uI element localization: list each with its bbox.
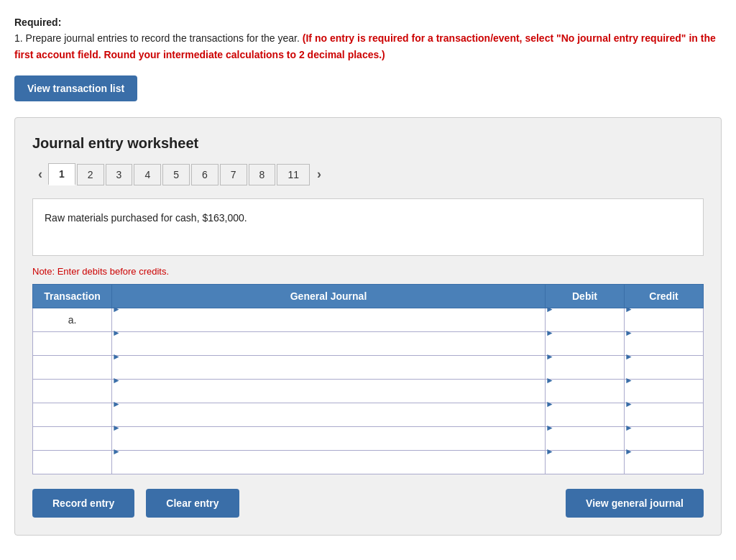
journal-input-1[interactable] [112, 314, 545, 337]
tab-11[interactable]: 11 [277, 164, 310, 185]
tab-4[interactable]: 4 [134, 164, 161, 185]
tab-7[interactable]: 7 [220, 164, 247, 185]
worksheet-container: Journal entry worksheet ‹ 1 2 3 4 5 6 7 … [14, 117, 722, 536]
table-row: a. ► ► ► [33, 308, 704, 332]
credit-input-1[interactable] [625, 314, 703, 337]
debit-input-6[interactable] [546, 433, 624, 456]
arrow-indicator: ► [112, 304, 121, 314]
debit-input-4[interactable] [546, 385, 624, 408]
arrow-indicator-debit-2: ► [546, 328, 554, 338]
tabs-row: ‹ 1 2 3 4 5 6 7 8 11 › [32, 163, 704, 185]
transaction-description: Raw materials purchased for cash, $163,0… [32, 198, 704, 256]
journal-input-7[interactable] [112, 456, 545, 479]
arrow-indicator-debit-1: ► [546, 304, 554, 314]
instruction-item1-prefix: 1. Prepare journal entries to record the… [14, 32, 303, 44]
tab-1[interactable]: 1 [48, 163, 75, 185]
transaction-label-a: a. [33, 308, 112, 332]
arrow-indicator-2: ► [112, 328, 121, 338]
required-label: Required: [14, 17, 61, 28]
arrow-indicator-debit-4: ► [546, 375, 554, 385]
col-header-credit: Credit [625, 285, 704, 308]
credit-input-6[interactable] [625, 433, 703, 456]
col-header-debit: Debit [546, 285, 625, 308]
credit-input-7[interactable] [625, 456, 703, 479]
arrow-indicator-6: ► [112, 423, 121, 433]
tab-2[interactable]: 2 [77, 164, 104, 185]
buttons-row: Record entry Clear entry View general jo… [32, 489, 704, 518]
arrow-indicator-debit-7: ► [546, 446, 554, 456]
worksheet-title: Journal entry worksheet [32, 135, 704, 152]
debit-input-cell-1[interactable]: ► [546, 308, 625, 332]
credit-input-cell-1[interactable]: ► [625, 308, 704, 332]
transaction-label-2 [33, 332, 112, 356]
journal-input-2[interactable] [112, 338, 545, 361]
credit-input-5[interactable] [625, 409, 703, 432]
arrow-indicator-5: ► [112, 399, 121, 409]
view-transaction-button[interactable]: View transaction list [14, 75, 137, 101]
arrow-indicator-debit-5: ► [546, 399, 554, 409]
view-general-journal-button[interactable]: View general journal [566, 489, 704, 518]
arrow-indicator-credit-1: ► [625, 304, 633, 314]
arrow-indicator-debit-3: ► [546, 352, 554, 362]
col-header-general-journal: General Journal [112, 285, 546, 308]
credit-input-3[interactable] [625, 362, 703, 385]
debit-input-5[interactable] [546, 409, 624, 432]
transaction-label-3 [33, 356, 112, 380]
arrow-indicator-7: ► [112, 446, 121, 456]
arrow-indicator-credit-6: ► [625, 423, 633, 433]
tab-3[interactable]: 3 [106, 164, 133, 185]
credit-input-4[interactable] [625, 385, 703, 408]
clear-entry-button[interactable]: Clear entry [146, 489, 239, 518]
debit-input-2[interactable] [546, 338, 624, 361]
tab-8[interactable]: 8 [249, 164, 276, 185]
journal-input-4[interactable] [112, 385, 545, 408]
arrow-indicator-credit-5: ► [625, 399, 633, 409]
tab-5[interactable]: 5 [162, 164, 190, 185]
tab-next-arrow[interactable]: › [311, 164, 327, 185]
instructions: Required: 1. Prepare journal entries to … [14, 14, 722, 63]
record-entry-button[interactable]: Record entry [32, 489, 134, 518]
arrow-indicator-4: ► [112, 375, 121, 385]
arrow-indicator-credit-3: ► [625, 352, 633, 362]
tab-prev-arrow[interactable]: ‹ [32, 164, 48, 185]
debit-input-1[interactable] [546, 314, 624, 337]
col-header-transaction: Transaction [33, 285, 112, 308]
transaction-label-4 [33, 380, 112, 403]
arrow-indicator-debit-6: ► [546, 423, 554, 433]
arrow-indicator-credit-7: ► [625, 446, 633, 456]
journal-input-6[interactable] [112, 433, 545, 456]
transaction-label-5 [33, 403, 112, 427]
arrow-indicator-credit-2: ► [625, 328, 633, 338]
journal-input-3[interactable] [112, 362, 545, 385]
debit-input-7[interactable] [546, 456, 624, 479]
arrow-indicator-3: ► [112, 352, 121, 362]
journal-input-5[interactable] [112, 409, 545, 432]
tab-6[interactable]: 6 [191, 164, 218, 185]
journal-table: Transaction General Journal Debit Credit… [32, 284, 704, 474]
note-text: Note: Enter debits before credits. [32, 266, 704, 277]
transaction-label-7 [33, 451, 112, 474]
debit-input-3[interactable] [546, 362, 624, 385]
journal-input-cell-1[interactable]: ► [112, 308, 546, 332]
transaction-label-6 [33, 427, 112, 451]
arrow-indicator-credit-4: ► [625, 375, 633, 385]
credit-input-2[interactable] [625, 338, 703, 361]
